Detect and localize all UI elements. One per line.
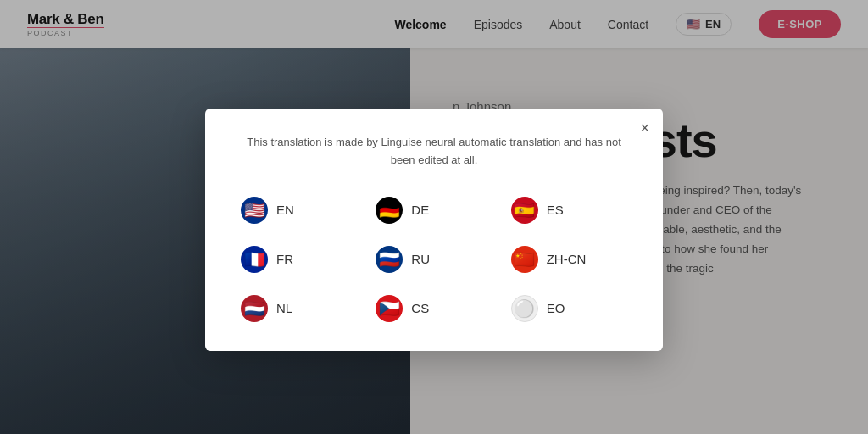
language-option-de[interactable]: 🇩🇪DE bbox=[370, 193, 497, 227]
lang-label-eo: EO bbox=[547, 301, 565, 315]
flag-icon-de: 🇩🇪 bbox=[376, 197, 403, 224]
language-option-fr[interactable]: 🇫🇷FR bbox=[236, 242, 362, 276]
lang-label-es: ES bbox=[547, 203, 564, 217]
language-option-zh-cn[interactable]: 🇨🇳ZH-CN bbox=[506, 242, 632, 276]
flag-icon-es: 🇪🇸 bbox=[511, 197, 538, 224]
language-modal: × This translation is made by Linguise n… bbox=[205, 108, 663, 351]
lang-label-de: DE bbox=[411, 203, 429, 217]
flag-icon-zh-cn: 🇨🇳 bbox=[511, 246, 538, 273]
flag-icon-eo: ⚪ bbox=[511, 295, 538, 322]
language-option-nl[interactable]: 🇳🇱NL bbox=[236, 292, 362, 326]
lang-label-nl: NL bbox=[276, 301, 292, 315]
flag-icon-ru: 🇷🇺 bbox=[376, 246, 403, 273]
flag-icon-nl: 🇳🇱 bbox=[241, 295, 268, 322]
modal-description: This translation is made by Linguise neu… bbox=[236, 134, 632, 170]
flag-icon-fr: 🇫🇷 bbox=[241, 246, 268, 273]
language-option-ru[interactable]: 🇷🇺RU bbox=[370, 242, 497, 276]
language-option-cs[interactable]: 🇨🇿CS bbox=[370, 292, 497, 326]
lang-label-fr: FR bbox=[276, 252, 293, 266]
language-grid: 🇺🇸EN🇩🇪DE🇪🇸ES🇫🇷FR🇷🇺RU🇨🇳ZH-CN🇳🇱NL🇨🇿CS⚪EO bbox=[236, 193, 632, 326]
modal-overlay[interactable]: × This translation is made by Linguise n… bbox=[0, 0, 868, 434]
flag-icon-cs: 🇨🇿 bbox=[376, 295, 403, 322]
lang-label-ru: RU bbox=[411, 252, 430, 266]
language-option-es[interactable]: 🇪🇸ES bbox=[506, 193, 632, 227]
lang-label-en: EN bbox=[276, 203, 294, 217]
modal-close-button[interactable]: × bbox=[640, 120, 649, 136]
flag-icon-en: 🇺🇸 bbox=[241, 197, 268, 224]
language-option-eo[interactable]: ⚪EO bbox=[506, 292, 632, 326]
lang-label-zh-cn: ZH-CN bbox=[547, 252, 587, 266]
lang-label-cs: CS bbox=[411, 301, 429, 315]
language-option-en[interactable]: 🇺🇸EN bbox=[236, 193, 362, 227]
